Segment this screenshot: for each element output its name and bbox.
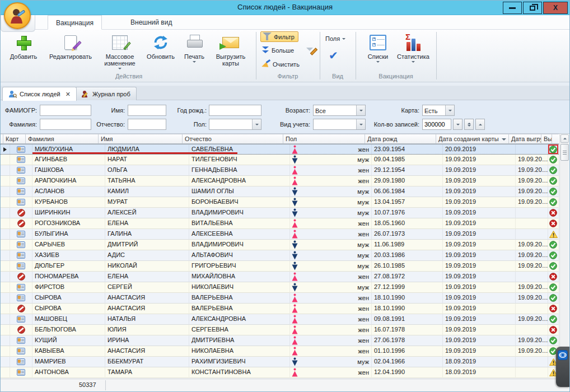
status-cell[interactable] (548, 304, 559, 314)
name-cell[interactable]: АДИС (105, 250, 189, 261)
tab-probe-journal[interactable]: Журнал проб (75, 87, 137, 100)
surname-cell[interactable]: САРЫЧЕВ (32, 240, 105, 250)
lists-button[interactable]: Списки (363, 31, 393, 63)
unload-date-cell[interactable]: 19.09.20… (516, 176, 548, 186)
row-indicator-cell[interactable] (1, 357, 10, 367)
card-cell[interactable] (10, 272, 32, 282)
sex-cell[interactable]: муж (290, 357, 372, 367)
unload-date-cell[interactable] (516, 272, 548, 282)
column-header-done[interactable]: Вы (541, 134, 552, 143)
unload-date-cell[interactable] (516, 325, 548, 335)
name-cell[interactable]: АНАСТАСИЯ (105, 293, 189, 304)
birth-date-cell[interactable]: 18.10.1990 (372, 293, 443, 304)
filter-toggle-button[interactable]: Фильтр (260, 31, 298, 42)
card-cell[interactable] (10, 325, 32, 335)
row-indicator-cell[interactable] (1, 218, 10, 229)
fields-button[interactable]: Поля (325, 35, 345, 42)
birth-date-cell[interactable]: 18.05.1960 (372, 218, 443, 229)
app-logo-icon[interactable] (4, 2, 31, 29)
birth-date-cell[interactable]: 27.12.1999 (372, 282, 443, 293)
sex-cell[interactable]: муж (290, 250, 372, 261)
sex-cell[interactable]: жен (290, 325, 372, 335)
combo-arrow-button[interactable] (445, 105, 454, 115)
patronymic-cell[interactable]: НИКОЛАЕВНА (189, 346, 290, 357)
surname-cell[interactable]: ШИРИНКИН (32, 208, 105, 218)
birth-date-cell[interactable]: 01.10.1996 (372, 346, 443, 357)
table-row[interactable]: РОГОЗНИКОВАЕЛЕНАВИТАЛЬЕВНАжен18.05.19601… (1, 218, 559, 229)
row-indicator-cell[interactable] (1, 335, 10, 346)
table-row[interactable]: КАВЫЕВААНАСТАСИЯНИКОЛАЕВНАжен01.10.19961… (1, 346, 559, 357)
name-cell[interactable]: АЛЕКСЕЙ (105, 208, 189, 218)
birth-date-cell[interactable]: 13.04.1957 (372, 197, 443, 208)
name-cell[interactable]: НИКОЛАЙ (105, 261, 189, 272)
sex-cell[interactable]: муж (290, 208, 372, 218)
status-cell[interactable] (548, 144, 559, 154)
table-row[interactable]: ПОНОМАРЕВАЕЛЕНАМИХАЙЛОВНАжен27.08.197219… (1, 272, 559, 282)
sex-combobox[interactable] (209, 119, 261, 130)
patronymic-cell[interactable]: АЛЬТАФОВИЧ (189, 250, 290, 261)
combo-arrow-button[interactable] (356, 105, 365, 115)
table-row[interactable]: СЫРОВААНАСТАСИЯВАЛЕРЬЕВНАжен18.10.199019… (1, 293, 559, 304)
patronymic-cell[interactable]: КОНСТАНТИНОВНА (189, 367, 290, 378)
card-cell[interactable] (10, 250, 32, 261)
card-created-date-cell[interactable]: 20.09.2019 (443, 144, 516, 154)
column-header-created[interactable]: Дата создания карты (436, 134, 509, 143)
unload-date-cell[interactable]: 19.09.20… (516, 282, 548, 293)
birth-date-cell[interactable]: 27.06.1978 (372, 335, 443, 346)
birth-date-cell[interactable]: 18.10.1990 (372, 304, 443, 314)
surname-cell[interactable]: РОГОЗНИКОВА (32, 218, 105, 229)
surname-cell[interactable]: БУЛЫГИНА (32, 229, 105, 240)
export-cards-button[interactable]: Выгрузить карты (211, 31, 251, 67)
patronymic-cell[interactable]: БОРОНБАЕВИЧ (189, 197, 290, 208)
card-cell[interactable] (10, 176, 32, 186)
card-created-date-cell[interactable]: 19.09.2019 (443, 176, 516, 186)
surname-cell[interactable]: АРАПОЧКИНА (32, 176, 105, 186)
name-cell[interactable]: ЛЮДМИЛА (105, 144, 189, 154)
birth-date-cell[interactable]: 20.03.1986 (372, 250, 443, 261)
sex-cell[interactable]: жен (290, 176, 372, 186)
card-created-date-cell[interactable]: 19.09.2019 (443, 346, 516, 357)
card-cell[interactable] (10, 144, 32, 154)
row-indicator-cell[interactable] (1, 325, 10, 335)
age-combobox[interactable]: Все (313, 105, 366, 116)
card-cell[interactable] (10, 335, 32, 346)
card-created-date-cell[interactable]: 18.09.2019 (443, 367, 516, 378)
combo-arrow-button[interactable] (252, 119, 261, 129)
unload-date-cell[interactable]: 19.09.20… (516, 335, 548, 346)
print-button[interactable]: Печать (180, 31, 208, 63)
records-spinner[interactable] (464, 119, 474, 130)
sex-cell[interactable]: муж (290, 155, 372, 165)
status-cell[interactable] (548, 176, 559, 186)
sex-cell[interactable]: муж (290, 282, 372, 293)
row-indicator-cell[interactable] (1, 282, 10, 293)
card-created-date-cell[interactable]: 19.09.2019 (443, 229, 516, 240)
card-cell[interactable] (10, 155, 32, 165)
surname-cell[interactable]: СЫРОВА (32, 304, 105, 314)
card-cell[interactable] (10, 304, 32, 314)
birth-date-cell[interactable]: 16.07.1978 (372, 325, 443, 335)
birth-date-cell[interactable]: 26.07.1973 (372, 229, 443, 240)
unload-date-cell[interactable]: 19.09.20… (516, 155, 548, 165)
tab-close-icon[interactable]: ✕ (66, 91, 71, 98)
birth-date-cell[interactable]: 27.08.1972 (372, 272, 443, 282)
card-created-date-cell[interactable]: 19.09.2019 (443, 155, 516, 165)
surname-cell[interactable]: АСЛАНОВ (32, 186, 105, 197)
card-cell[interactable] (10, 293, 32, 304)
mass-edit-button[interactable]: Массовое изменение (99, 31, 141, 69)
records-dropdown-button[interactable] (453, 119, 462, 130)
birth-date-cell[interactable]: 29.12.1954 (372, 165, 443, 176)
card-cell[interactable] (10, 282, 32, 293)
name-cell[interactable]: ОЛЬГА (105, 165, 189, 176)
table-row[interactable]: ШИРИНКИНАЛЕКСЕЙВЛАДИМИРОВИЧмуж10.07.1976… (1, 208, 559, 218)
birth-date-cell[interactable]: 09.04.1985 (372, 155, 443, 165)
row-indicator-cell[interactable] (1, 144, 10, 154)
card-created-date-cell[interactable]: 19.09.2019 (443, 186, 516, 197)
table-row[interactable]: СЫРОВААНАСТАСИЯВАЛЕРЬЕВНАжен18.10.199019… (1, 304, 559, 314)
birth-date-cell[interactable]: 02.04.1966 (372, 357, 443, 367)
minimize-button[interactable] (503, 2, 522, 14)
row-indicator-cell[interactable] (1, 186, 10, 197)
birth-date-cell[interactable]: 12.04.1990 (372, 367, 443, 378)
sex-cell[interactable]: муж (290, 240, 372, 250)
patronymic-cell[interactable]: АЛЕКСЕЕВНА (189, 229, 290, 240)
row-indicator-cell[interactable] (1, 346, 10, 357)
